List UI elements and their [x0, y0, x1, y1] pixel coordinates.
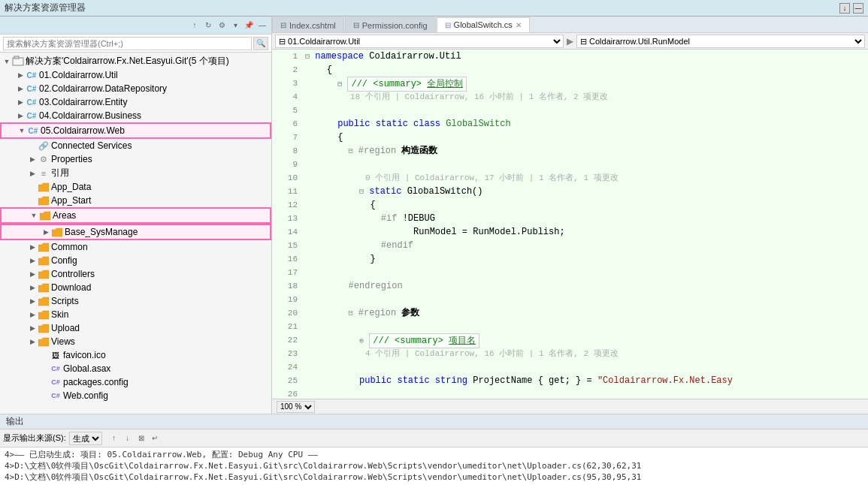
code-line-16 — [305, 266, 868, 279]
ln-16: 16 — [272, 252, 298, 266]
proj4-expander[interactable]: ▶ — [15, 110, 26, 121]
proj5-expander[interactable]: ▼ — [17, 125, 27, 136]
refs-expander[interactable]: ▶ — [27, 168, 38, 179]
output-down-icon[interactable]: ↓ — [122, 432, 134, 444]
tree-properties[interactable]: ▶ ⚙ Properties — [0, 152, 271, 166]
solution-tree: ▼ 解决方案'Coldairarrow.Fx.Net.Easyui.Git'(5… — [0, 53, 271, 414]
proj3-expander[interactable]: ▶ — [15, 97, 26, 107]
properties-icon: ⚙ — [38, 153, 50, 165]
properties-expander[interactable]: ▶ — [27, 154, 38, 164]
scripts-expander[interactable]: ▶ — [27, 296, 38, 306]
tab-globalswitch-cs[interactable]: ⊟ GlobalSwitch.cs ✕ — [437, 17, 530, 32]
tree-skin[interactable]: ▶ Skin — [0, 308, 271, 321]
location-left-select[interactable]: ⊟ 01.Coldairarrow.Util — [275, 35, 564, 48]
tree-views[interactable]: ▶ Views — [0, 335, 271, 348]
search-button[interactable]: 🔍 — [253, 37, 268, 50]
minimize-button[interactable]: — — [853, 3, 863, 14]
code-line-17: #endregion — [305, 279, 868, 293]
tree-globalasax[interactable]: ▶ C# Global.asax — [0, 362, 271, 375]
se-menu-icon[interactable]: ▾ — [229, 20, 241, 32]
proj4-icon: C# — [26, 110, 38, 122]
tree-webconfig[interactable]: ▶ C# Web.config — [0, 389, 271, 402]
views-expander[interactable]: ▶ — [27, 336, 38, 347]
tree-refs[interactable]: ▶ ≡ 引用 — [0, 166, 271, 180]
search-input[interactable] — [3, 37, 252, 50]
areas-label: Areas — [53, 210, 76, 221]
se-close-icon[interactable]: — — [256, 20, 268, 32]
proj2-expander[interactable]: ▶ — [15, 83, 26, 94]
tree-appdata[interactable]: ▶ App_Data — [0, 180, 271, 194]
ln-11: 11 — [272, 185, 298, 198]
controllers-expander[interactable]: ▶ — [27, 269, 38, 279]
download-expander[interactable]: ▶ — [27, 282, 38, 293]
tree-config[interactable]: ▶ Config — [0, 254, 271, 267]
code-editor[interactable]: 1 2 3 4 5 6 7 8 9 10 11 12 13 14 15 16 1… — [272, 50, 868, 399]
tree-basesys[interactable]: ▶ Base_SysManage — [0, 224, 271, 240]
ln-7: 7 — [272, 131, 298, 144]
basesys-expander[interactable]: ▶ — [41, 227, 51, 237]
code-line-13: RunModel = RunModel.Publish; — [305, 225, 868, 239]
se-pin-icon[interactable]: 📌 — [243, 20, 255, 32]
tree-scripts[interactable]: ▶ Scripts — [0, 294, 271, 308]
solution-expander[interactable]: ▼ — [2, 56, 12, 67]
proj1-expander[interactable]: ▶ — [15, 70, 26, 80]
tree-download[interactable]: ▶ Download — [0, 281, 271, 294]
code-line-11: ⊟ static GlobalSwitch() — [305, 185, 868, 198]
code-line-8: ⊟ #region 构造函数 — [305, 144, 868, 158]
favicon-label: favicon.ico — [63, 350, 106, 360]
tree-proj3[interactable]: ▶ C# 03.Coldairarrow.Entity — [0, 95, 271, 109]
solution-root-item[interactable]: ▼ 解决方案'Coldairarrow.Fx.Net.Easyui.Git'(5… — [0, 54, 271, 68]
tab-permission-config[interactable]: ⊟ Permission.config — [345, 17, 436, 32]
upload-expander[interactable]: ▶ — [27, 323, 38, 333]
tree-areas[interactable]: ▼ Areas — [0, 207, 271, 224]
location-right-select[interactable]: ⊟ Coldairarrow.Util.RunModel — [576, 35, 865, 48]
tree-connected[interactable]: ▶ 🔗 Connected Services — [0, 139, 271, 152]
tree-proj2[interactable]: ▶ C# 02.Coldairarrow.DataRepository — [0, 82, 271, 95]
tree-proj4[interactable]: ▶ C# 04.Coldairarrow.Business — [0, 109, 271, 122]
code-text[interactable]: ⊟ namespace Coldairarrow.Util { ⊟ /// <s… — [302, 50, 868, 399]
ln-19: 19 — [272, 293, 298, 306]
tree-appstart[interactable]: ▶ App_Start — [0, 194, 271, 207]
output-source-select[interactable]: 生成 — [69, 432, 102, 445]
skin-expander[interactable]: ▶ — [27, 309, 38, 320]
se-collapse-icon[interactable]: ↑ — [189, 20, 201, 32]
config-expander[interactable]: ▶ — [27, 255, 38, 266]
location-separator: ▶ — [567, 36, 573, 47]
tree-proj1[interactable]: ▶ C# 01.Coldairarrow.Util — [0, 68, 271, 82]
proj4-label: 04.Coldairarrow.Business — [39, 110, 141, 121]
tab3-close-button[interactable]: ✕ — [516, 21, 522, 29]
tree-controllers[interactable]: ▶ Controllers — [0, 267, 271, 281]
tree-common[interactable]: ▶ Common — [0, 240, 271, 254]
ln-3: 3 — [272, 77, 298, 90]
code-line-24: public static string ProjectName { get; … — [305, 374, 868, 387]
pin-button[interactable]: ↓ — [839, 3, 850, 14]
tree-upload[interactable]: ▶ Upload — [0, 321, 271, 335]
se-refresh-icon[interactable]: ↻ — [202, 20, 214, 32]
output-line-2: 4>D:\文档\0软件项目\OscGit\Coldairarrow.Fx.Net… — [5, 460, 863, 471]
common-expander[interactable]: ▶ — [27, 242, 38, 252]
tree-packages[interactable]: ▶ C# packages.config — [0, 375, 271, 389]
output-header: 输出 — [0, 414, 868, 429]
svg-marker-6 — [38, 243, 49, 252]
ln-6: 6 — [272, 117, 298, 131]
tab-index-cshtml[interactable]: ⊟ Index.cshtml — [272, 17, 344, 32]
ln-23: 23 — [272, 347, 298, 360]
output-clear-icon[interactable]: ⊠ — [135, 432, 147, 444]
title-bar-buttons[interactable]: ↓ — — [839, 3, 863, 14]
tree-favicon[interactable]: ▶ 🖼 favicon.ico — [0, 348, 271, 362]
tree-proj5[interactable]: ▼ C# 05.Coldairarrow.Web — [0, 122, 271, 139]
code-line-12b: #if !DEBUG — [305, 212, 868, 225]
ln-15: 15 — [272, 239, 298, 252]
packages-icon: C# — [50, 376, 62, 388]
output-toolbar: 显示输出来源(S): 生成 ↑ ↓ ⊠ ↵ — [0, 429, 868, 447]
appdata-label: App_Data — [51, 182, 91, 192]
ln-1: 1 — [272, 50, 298, 63]
ln-13: 13 — [272, 212, 298, 225]
se-settings-icon[interactable]: ⚙ — [216, 20, 228, 32]
zoom-select[interactable]: 100 % — [277, 401, 315, 413]
output-wrap-icon[interactable]: ↵ — [149, 432, 161, 444]
output-up-icon[interactable]: ↑ — [108, 432, 120, 444]
solution-icon — [12, 56, 24, 68]
areas-expander[interactable]: ▼ — [29, 210, 39, 221]
ln-25: 25 — [272, 374, 298, 387]
